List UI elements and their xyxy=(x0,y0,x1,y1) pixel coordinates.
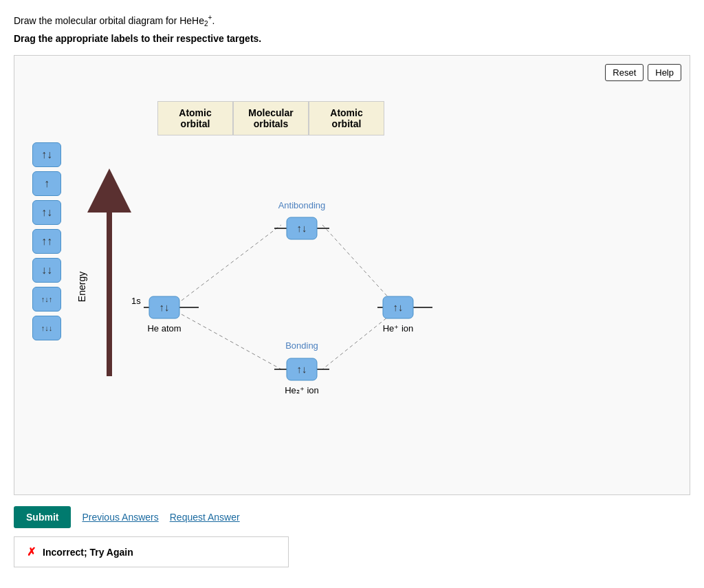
header-atomic-right: Atomicorbital xyxy=(309,101,384,135)
header-molecular: Molecularorbitals xyxy=(233,101,309,135)
labels-panel: ↑↓ ↑ ↑↓ ↑↑ ↓↓ ↑↓↑ ↑↓↓ xyxy=(32,142,61,445)
bonding-electron: ↑↓ xyxy=(297,363,307,375)
label-upup[interactable]: ↑↑ xyxy=(32,229,61,254)
svg-line-6 xyxy=(322,314,391,369)
svg-line-5 xyxy=(322,225,391,301)
he2-ion-label: He₂⁺ ion xyxy=(285,385,319,395)
antibonding-electron: ↑↓ xyxy=(297,222,307,234)
he-ion-label: He⁺ ion xyxy=(383,323,414,334)
header-atomic-left: Atomicorbital xyxy=(157,101,233,135)
top-buttons: Reset Help xyxy=(605,64,681,81)
left-1s-label: 1s xyxy=(131,296,141,306)
submit-button[interactable]: Submit xyxy=(14,506,71,528)
reset-button[interactable]: Reset xyxy=(605,64,644,81)
bottom-bar: Submit Previous Answers Request Answer xyxy=(14,506,690,528)
energy-label: Energy xyxy=(76,272,87,302)
request-answer-button[interactable]: Request Answer xyxy=(170,512,240,523)
label-downdown[interactable]: ↓↓ xyxy=(32,258,61,283)
help-button[interactable]: Help xyxy=(648,64,681,81)
label-updownup[interactable]: ↑↓↑ xyxy=(32,287,61,312)
main-container: Reset Help ↑↓ ↑ ↑↓ ↑↑ ↓↓ ↑↓↑ ↑↓↓ Atomico… xyxy=(14,55,690,495)
label-up[interactable]: ↑ xyxy=(32,171,61,196)
label-updown-1[interactable]: ↑↓ xyxy=(32,142,61,167)
result-icon: ✗ xyxy=(27,545,36,558)
diagram-content: Atomicorbital Molecularorbitals Atomicor… xyxy=(75,101,672,445)
result-message: Incorrect; Try Again xyxy=(43,547,133,558)
left-orbital-electron: ↑↓ xyxy=(160,301,170,313)
bonding-label: Bonding xyxy=(285,340,318,351)
svg-line-4 xyxy=(182,314,281,369)
label-updowndown[interactable]: ↑↓↓ xyxy=(32,316,61,340)
diagram-area: ↑↓ ↑ ↑↓ ↑↑ ↓↓ ↑↓↑ ↑↓↓ Atomicorbital Mole… xyxy=(25,94,679,452)
label-updown-2[interactable]: ↑↓ xyxy=(32,200,61,225)
antibonding-label: Antibonding xyxy=(278,200,326,210)
previous-answers-button[interactable]: Previous Answers xyxy=(82,512,158,523)
result-box: ✗ Incorrect; Try Again xyxy=(14,536,289,567)
question-text: Draw the molecular orbital diagram for H… xyxy=(14,14,690,28)
mo-diagram-svg: Energy 1s ↑↓ He atom xyxy=(75,156,501,431)
instruction: Drag the appropriate labels to their res… xyxy=(14,33,690,44)
he-atom-label: He atom xyxy=(147,323,181,334)
right-orbital-electron: ↑↓ xyxy=(393,301,404,313)
svg-line-3 xyxy=(182,225,281,301)
